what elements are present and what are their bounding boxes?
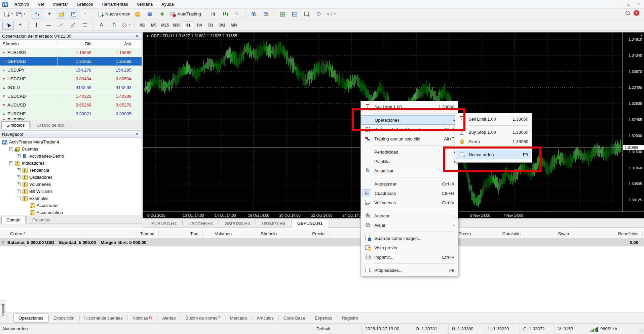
terminal-column-swap-8[interactable]: Swap — [558, 231, 569, 236]
autotrading-button[interactable]: AutoTrading — [168, 10, 202, 18]
signals-button[interactable] — [156, 10, 168, 18]
strategy-tester-button[interactable] — [80, 10, 91, 18]
dropdown-caret-icon[interactable]: ▾ — [11, 12, 13, 15]
menu-archivo[interactable]: Archivo — [10, 0, 33, 8]
submenu-item-sell-limit-1-00[interactable]: Sell Limit 1.001.33060 — [456, 114, 531, 124]
expand-icon[interactable]: + — [17, 168, 21, 172]
context-menu-item-autoajustar[interactable]: AutoajustarCtrl+A — [362, 179, 457, 189]
shapes-button[interactable]: ▾ — [120, 21, 132, 30]
resize-grip[interactable] — [639, 329, 643, 333]
expand-icon[interactable]: + — [17, 175, 21, 179]
terminal-tab-noticias[interactable]: Noticias78 — [128, 314, 157, 322]
terminal-column-comision-7[interactable]: Comisión — [502, 231, 521, 236]
new-chart-button[interactable]: ▾ — [2, 10, 14, 18]
trendline-button[interactable] — [55, 21, 67, 30]
column-header-bid[interactable]: Bid — [58, 41, 95, 46]
chart-bars-button[interactable] — [207, 10, 219, 18]
vline-button[interactable] — [31, 21, 42, 30]
arrange-v-button[interactable] — [289, 10, 300, 18]
chart-line-button[interactable] — [232, 10, 243, 18]
chart-tab-eurusd-h4[interactable]: EURUSD,H4 — [146, 220, 182, 227]
status-profile[interactable]: Default — [313, 324, 362, 334]
context-menu-item-volumenes[interactable]: VolúmenesCtrl+V — [362, 198, 457, 207]
clock-button[interactable] — [313, 10, 325, 18]
zoom-out-button[interactable] — [260, 10, 272, 18]
context-menu-item-imprimir[interactable]: Imprimir...Ctrl+P — [362, 252, 457, 262]
terminal-tab-historial-de-cuentas[interactable]: Historial de cuentas — [80, 314, 127, 322]
symbol-row-audusd[interactable]: ▼AUDUSD0.652690.65278 — [0, 101, 142, 110]
terminal-tab-code-base[interactable]: Code Base — [279, 314, 310, 322]
terminal-tab-expertos[interactable]: Expertos — [310, 314, 337, 322]
terminal-button[interactable] — [68, 10, 79, 18]
terminal-column-precio-6[interactable]: Precio — [458, 231, 471, 236]
tree-item-cuentas[interactable]: −Cuentas — [0, 145, 41, 153]
cursor-button[interactable] — [2, 21, 14, 30]
tree-item-accumulation[interactable]: Accumulation — [0, 209, 66, 215]
maximize-button[interactable]: ▢ — [624, 1, 633, 7]
market-watch-tab-grafico-de-tick[interactable]: Gráfico de tick — [31, 121, 69, 129]
navigator-close-icon[interactable]: ✕ — [134, 132, 140, 136]
timeframe-mn[interactable]: MN — [228, 21, 239, 29]
context-menu-item-alejar[interactable]: Alejar- — [362, 220, 457, 230]
navigator-button[interactable] — [56, 10, 67, 18]
symbol-row-usdjpy[interactable]: ▲USDJPY154.278154.285 — [0, 66, 142, 75]
timeframe-m15[interactable]: M15 — [160, 21, 171, 29]
terminal-column-beneficios-9[interactable]: Beneficios — [618, 231, 638, 236]
chart-shift-button[interactable]: ▾ — [325, 10, 337, 18]
profiles-button[interactable]: ▾ — [15, 10, 27, 18]
menu-graficos[interactable]: Gráficos — [72, 0, 97, 8]
tree-item-accelerator[interactable]: Accelerator — [0, 202, 62, 209]
expand-icon[interactable]: + — [17, 182, 21, 186]
context-menu-item-cuadricula[interactable]: CuadrículaCtrl+G — [362, 189, 457, 198]
context-menu-item-profundidad-de-mercado[interactable]: Profundidad de MercadoAlt+B — [362, 125, 457, 134]
timeframe-h4[interactable]: H4 — [194, 21, 205, 29]
tree-item-volumenes[interactable]: +Volúmenes — [0, 181, 54, 188]
tree-item-bill-williams[interactable]: +Bill Williams — [0, 188, 56, 195]
submenu-item-nueva-orden[interactable]: Nueva ordenF9 — [456, 150, 531, 159]
tree-item-tendencia[interactable]: +Tendencia — [0, 167, 52, 174]
navigator-tab-comun[interactable]: Común — [1, 216, 26, 224]
dropdown-caret-icon[interactable]: ▾ — [334, 12, 336, 15]
chart-tab-usdchf-h4[interactable]: USDCHF,H4 — [183, 220, 218, 227]
terminal-tab-buzon-de-correo[interactable]: Buzón de correo7 — [181, 314, 225, 322]
symbol-row-eurchf[interactable]: ▲EURCHF0.930210.93035 — [0, 110, 142, 118]
text-button[interactable] — [96, 21, 107, 30]
chart-candles-button[interactable] — [220, 10, 231, 18]
menu-herramientas[interactable]: Herramientas — [97, 0, 132, 8]
terminal-tab-articulos[interactable]: Artículos — [252, 314, 278, 322]
chart-tab-usdjpy-h4[interactable]: USDJPY,H4 — [256, 220, 291, 227]
notification-badge[interactable]: 1 — [634, 10, 639, 16]
tree-item-activtrades-metatrader-4[interactable]: ActivTrades MetaTrader 4 — [0, 138, 63, 145]
timeframe-m5[interactable]: M5 — [148, 21, 159, 29]
context-menu-item-operaciones[interactable]: Operaciones▸ — [362, 115, 457, 125]
navigator-tab-favoritos[interactable]: Favoritos — [27, 216, 55, 223]
timeframe-d1[interactable]: D1 — [205, 21, 216, 29]
chart-tab-gbpusd-h1[interactable]: GBPUSD,H1 — [292, 219, 328, 228]
terminal-side-tab[interactable]: Terminal — [0, 300, 6, 322]
terminal-tab-mercado[interactable]: Mercado — [225, 314, 252, 322]
tile-windows-button[interactable] — [277, 10, 288, 18]
context-menu-item-actualizar[interactable]: Actualizar — [362, 166, 457, 175]
column-header-simbolo[interactable]: Símbolo — [0, 41, 58, 46]
search-icon[interactable] — [625, 10, 631, 16]
context-menu-item-acercar[interactable]: Acercar+ — [362, 211, 457, 220]
symbol-row-eurusd[interactable]: ▼EURUSD1.155591.15569 — [0, 48, 142, 57]
dropdown-caret-icon[interactable]: ▾ — [24, 12, 25, 15]
context-menu-item-propiedades[interactable]: Propiedades...F8 — [362, 265, 457, 275]
terminal-column-precio-5[interactable]: Precio — [312, 231, 325, 236]
terminal-tab-registro[interactable]: Registro — [337, 314, 363, 322]
column-header-ask[interactable]: Ask — [95, 41, 142, 46]
collapse-icon[interactable]: − — [17, 197, 21, 200]
terminal-column-tipo-2[interactable]: Tipo — [190, 231, 198, 236]
fibo-button[interactable] — [79, 21, 91, 30]
timeframe-w1[interactable]: W1 — [217, 21, 228, 29]
context-menu-item-sell-limit-1-00[interactable]: Sell Limit 1.001.33060 — [362, 102, 457, 112]
terminal-tab-operaciones[interactable]: Operaciones — [13, 314, 48, 323]
menu-ver[interactable]: Ver — [33, 0, 49, 8]
terminal-column-simbolo-4[interactable]: Símbolo — [261, 231, 277, 236]
terminal-column-volumen-3[interactable]: Volumen — [215, 231, 232, 236]
submenu-item-alerta[interactable]: Alerta1.33060 — [456, 137, 531, 146]
channel-button[interactable] — [67, 21, 79, 30]
menu-ayuda[interactable]: Ayuda — [157, 0, 178, 8]
menu-insertar[interactable]: Insertar — [49, 0, 72, 8]
